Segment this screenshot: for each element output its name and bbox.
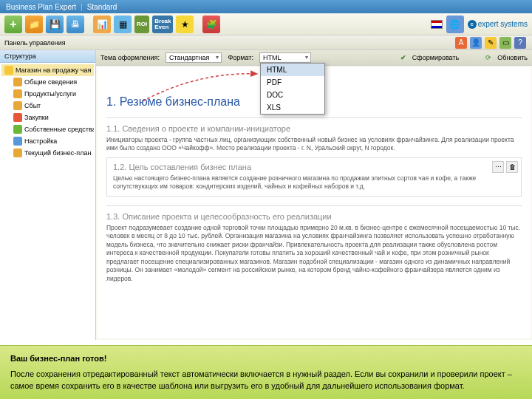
tree-item-label: Общие сведения (24, 78, 77, 86)
add-button[interactable]: + (4, 16, 22, 33)
tree-item-icon (13, 78, 22, 86)
tree-item[interactable]: Общие сведения (1, 76, 94, 88)
save-button[interactable]: 💾 (46, 16, 64, 33)
sidebar: Структура Магазин на продажу чаяОбщие св… (0, 50, 96, 340)
format-option[interactable]: PDF (261, 76, 324, 89)
secondary-toolbar: Панель управления A 👤 ✎ ▭ ? (0, 35, 532, 50)
chart-button[interactable]: 📊 (93, 16, 111, 33)
main-toolbar: + 📁 💾 🖶 📊 ▦ ROI BreakEven ★ 🧩 🌐 e expert… (0, 13, 532, 35)
hint-footer: Ваш бизнес-план готов! После сохранения … (0, 345, 532, 399)
format-option[interactable]: XLS (261, 101, 324, 114)
format-option[interactable]: DOC (261, 89, 324, 101)
tool-help-icon[interactable]: ? (514, 37, 526, 49)
hint-arrow-icon (139, 68, 265, 105)
tree-item-label: Закупки (24, 114, 49, 121)
star-button[interactable]: ★ (176, 16, 194, 33)
section-more-button[interactable]: ⋯ (492, 161, 504, 173)
generate-button[interactable]: Сформировать (412, 54, 459, 61)
breakeven-button[interactable]: BreakEven (152, 16, 173, 33)
tree-item-icon (13, 113, 22, 122)
roi-button[interactable]: ROI (134, 16, 149, 33)
tree-item-icon (13, 89, 22, 98)
tree-item-label: Сбыт (24, 102, 41, 109)
tree-item-label: Настройка (24, 137, 57, 145)
globe-button[interactable]: 🌐 (446, 16, 464, 33)
section-1-2-text: Целью настоящего бизнес-плана является с… (113, 174, 515, 191)
section-1-1-text: Инициаторы проекта - группа частных лиц,… (106, 136, 522, 153)
print-button[interactable]: 🖶 (66, 16, 84, 33)
titlebar: Business Plan Expert | Standard (0, 0, 532, 13)
footer-title: Ваш бизнес-план готов! (10, 353, 522, 364)
section-1-2: ⋯ 🗑 1.2. Цель составления бизнес плана Ц… (106, 157, 522, 197)
app-mode: Standard (87, 3, 117, 11)
theme-select[interactable]: Стандартная (166, 52, 222, 63)
heading-1-1: 1.1. Сведения о проекте и компании-иници… (106, 117, 522, 133)
brand-logo: e expert systems (468, 20, 528, 29)
section-delete-button[interactable]: 🗑 (506, 161, 518, 173)
tree-item[interactable]: Продукты/услуги (1, 88, 94, 100)
tree-item-icon (4, 66, 13, 75)
app-name: Business Plan Expert (6, 3, 76, 11)
format-dropdown: HTMLPDFDOCXLS (260, 63, 325, 115)
language-flag-icon[interactable] (431, 20, 443, 29)
tree-item[interactable]: Магазин на продажу чая (1, 64, 94, 76)
project-tree: Магазин на продажу чаяОбщие сведенияПрод… (0, 63, 95, 160)
heading-1-3: 1.3. Описание проекта и целесообразность… (106, 205, 522, 221)
heading-1-2: 1.2. Цель составления бизнес плана (113, 163, 515, 171)
tree-item-icon (13, 149, 22, 157)
tree-item-label: Магазин на продажу чая (16, 66, 91, 74)
refresh-button[interactable]: Обновить (497, 54, 528, 61)
tool-edit-icon[interactable]: ✎ (485, 37, 497, 49)
section-1-3-text: Проект подразумевает создание одной торг… (106, 224, 522, 283)
tool-user-icon[interactable]: 👤 (470, 37, 482, 49)
tool-color-icon[interactable]: A (455, 37, 467, 49)
sidebar-header: Структура (0, 50, 95, 63)
tree-item[interactable]: Сбыт (1, 100, 94, 112)
table-button[interactable]: ▦ (114, 16, 132, 33)
footer-body: После сохранения отредактированный текст… (10, 369, 522, 392)
refresh-icon: ⟳ (485, 54, 491, 61)
plugin-button[interactable]: 🧩 (202, 16, 220, 33)
tree-item-label: Продукты/услуги (24, 90, 76, 98)
tree-item[interactable]: Собственные средства (1, 123, 94, 135)
format-select[interactable]: HTML (259, 52, 311, 63)
format-option[interactable]: HTML (261, 64, 324, 76)
tree-item-label: Текущий бизнес-план (24, 149, 91, 157)
tree-item[interactable]: Текущий бизнес-план (1, 147, 94, 159)
tree-item-label: Собственные средства (24, 126, 94, 133)
brand-icon: e (468, 20, 477, 29)
tool-doc-icon[interactable]: ▭ (499, 37, 511, 49)
tree-item-icon (13, 137, 22, 146)
open-button[interactable]: 📁 (25, 16, 43, 33)
tree-item[interactable]: Настройка (1, 135, 94, 147)
panel-label: Панель управления (4, 39, 66, 47)
tree-item-icon (13, 101, 22, 110)
check-icon: ✔ (400, 54, 406, 61)
tree-item-icon (13, 125, 22, 134)
tree-item[interactable]: Закупки (1, 112, 94, 123)
